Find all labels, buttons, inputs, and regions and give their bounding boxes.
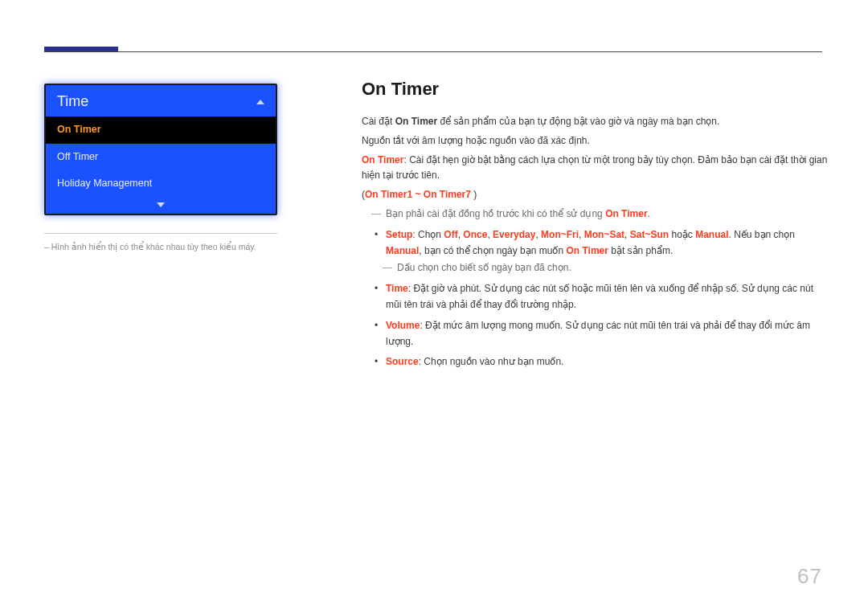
opt-once: Once xyxy=(463,229,487,240)
setup-tail-post: bật sản phẩm. xyxy=(608,245,673,256)
opt-satsun: Sat~Sun xyxy=(630,229,669,240)
manual-page: Time On Timer Off Timer Holiday Manageme… xyxy=(0,0,868,613)
intro-3-strong: On Timer xyxy=(362,154,403,166)
menu-item-holiday-management[interactable]: Holiday Management xyxy=(46,170,276,198)
bullet-setup-label: Setup xyxy=(386,229,412,240)
header-rule xyxy=(44,51,822,52)
menu-footer xyxy=(46,198,276,214)
paren-strong: On Timer1 ~ On Timer7 xyxy=(365,189,471,200)
intro-1-pre: Cài đặt xyxy=(362,116,395,127)
note-clock-pre: Bạn phải cài đặt đồng hồ trước khi có th… xyxy=(386,208,605,219)
bullet-time-text: : Đặt giờ và phút. Sử dụng các nút số ho… xyxy=(386,283,813,310)
left-caption-separator xyxy=(44,233,277,234)
opt-manual-2: Manual xyxy=(386,245,419,256)
intro-line-2: Nguồn tắt với âm lượng hoặc nguồn vào đã… xyxy=(362,133,828,149)
menu-title-row: Time xyxy=(46,85,276,116)
opt-manual-1: Manual xyxy=(695,229,728,240)
note-clock-strong: On Timer xyxy=(605,208,647,219)
paren-line: (On Timer1 ~ On Timer7 ) xyxy=(362,187,828,203)
bullet-setup: Setup: Chọn Off, Once, Everyday, Mon~Fri… xyxy=(362,227,828,260)
opt-off: Off xyxy=(444,229,457,240)
section-title: On Timer xyxy=(362,79,828,100)
bullet-setup-sep: : Chọn xyxy=(412,229,444,240)
bullet-source-label: Source xyxy=(386,356,419,367)
right-column: On Timer Cài đặt On Timer để sản phẩm củ… xyxy=(362,79,828,370)
left-column: Time On Timer Off Timer Holiday Manageme… xyxy=(44,84,285,251)
bullet-source: Source: Chọn nguồn vào như bạn muốn. xyxy=(362,354,828,370)
intro-1-post: để sản phẩm của bạn tự động bật vào giờ … xyxy=(437,116,719,127)
time-menu: Time On Timer Off Timer Holiday Manageme… xyxy=(44,84,277,215)
setup-tail-pre: , bạn có thể chọn ngày bạn muốn xyxy=(419,245,566,256)
menu-item-on-timer[interactable]: On Timer xyxy=(46,116,276,144)
left-caption: Hình ảnh hiển thị có thể khác nhau tùy t… xyxy=(44,242,277,251)
intro-3-post: : Cài đặt hẹn giờ bật bằng cách lựa chọn… xyxy=(362,154,827,182)
setup-after: . Nếu bạn chọn xyxy=(729,229,795,240)
chevron-down-icon[interactable] xyxy=(157,202,165,207)
bullet-volume-text: : Đặt mức âm lượng mong muốn. Sử dụng cá… xyxy=(386,320,810,347)
menu-title: Time xyxy=(57,93,88,110)
paren-post: ) xyxy=(471,189,477,200)
bullet-source-text: : Chọn nguồn vào như bạn muốn. xyxy=(419,356,564,367)
bullet-volume: Volume: Đặt mức âm lượng mong muốn. Sử d… xyxy=(362,318,828,350)
note-clock-post: . xyxy=(648,208,650,219)
setup-tail-strong: On Timer xyxy=(566,245,608,256)
page-number: 67 xyxy=(797,564,822,589)
or-word: hoặc xyxy=(669,229,695,240)
bullet-time: Time: Đặt giờ và phút. Sử dụng các nút s… xyxy=(362,281,828,313)
intro-line-1: Cài đặt On Timer để sản phẩm của bạn tự … xyxy=(362,114,828,130)
opt-monfri: Mon~Fri xyxy=(541,229,579,240)
note-clock: Bạn phải cài đặt đồng hồ trước khi có th… xyxy=(362,206,828,223)
bullet-time-label: Time xyxy=(386,283,408,294)
intro-line-3: On Timer: Cài đặt hẹn giờ bật bằng cách … xyxy=(362,153,828,185)
menu-item-off-timer[interactable]: Off Timer xyxy=(46,144,276,171)
chevron-up-icon[interactable] xyxy=(256,100,264,104)
intro-1-strong: On Timer xyxy=(395,116,437,127)
opt-everyday: Everyday xyxy=(493,229,535,240)
opt-monsat: Mon~Sat xyxy=(584,229,624,240)
note-marks: Dấu chọn cho biết số ngày bạn đã chọn. xyxy=(373,260,828,276)
bullet-volume-label: Volume xyxy=(386,320,420,331)
